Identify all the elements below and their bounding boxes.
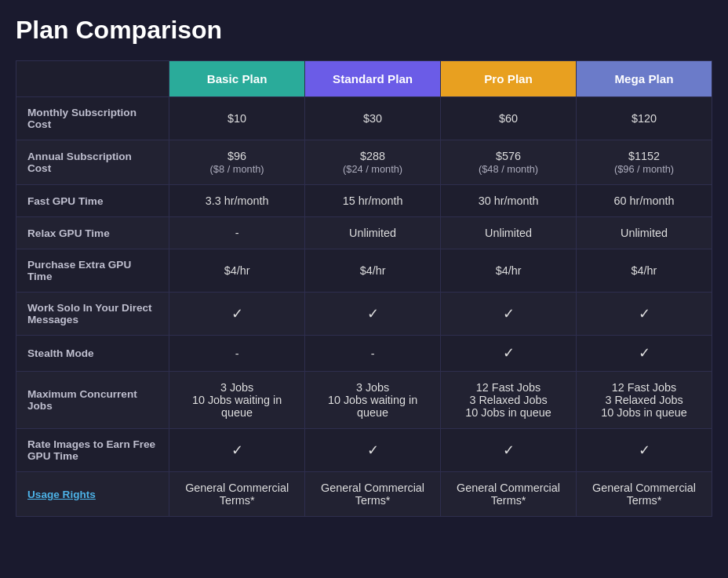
cell-value: $60	[441, 97, 577, 140]
cell-value: 12 Fast Jobs3 Relaxed Jobs10 Jobs in que…	[441, 372, 577, 429]
checkmark-icon: ✓	[639, 306, 650, 322]
cell-value: $30	[305, 97, 441, 140]
cell-value: $4/hr	[441, 249, 577, 293]
cell-value: 3 Jobs10 Jobs waiting in queue	[305, 372, 441, 429]
feature-label: Monthly Subscription Cost	[16, 97, 169, 140]
cell-value: $288($24 / month)	[305, 140, 441, 185]
cell-value: -	[305, 336, 441, 372]
standard-plan-header: Standard Plan	[305, 61, 441, 97]
table-row: Annual Subscription Cost$96($8 / month)$…	[16, 140, 712, 185]
cell-value: ✓	[441, 336, 577, 372]
cell-value: Unlimited	[577, 217, 712, 249]
basic-plan-header: Basic Plan	[169, 61, 305, 97]
checkmark-icon: ✓	[231, 442, 243, 458]
cell-value: $4/hr	[577, 249, 712, 293]
plan-comparison-table: Basic Plan Standard Plan Pro Plan Mega P…	[16, 60, 712, 517]
pro-plan-header: Pro Plan	[441, 61, 577, 97]
cell-value: ✓	[441, 429, 577, 472]
sub-text: ($96 / month)	[614, 163, 674, 175]
cell-value: $576($48 / month)	[441, 140, 577, 185]
checkmark-icon: ✓	[503, 306, 515, 322]
page-title: Plan Comparison	[16, 16, 712, 45]
table-row: Fast GPU Time3.3 hr/month15 hr/month30 h…	[16, 185, 712, 217]
cell-value: $96($8 / month)	[169, 140, 305, 185]
feature-label: Rate Images to Earn Free GPU Time	[16, 429, 169, 472]
table-row: Stealth Mode--✓✓	[16, 336, 712, 372]
feature-label: Purchase Extra GPU Time	[16, 249, 169, 293]
checkmark-icon: ✓	[367, 306, 379, 322]
feature-label: Relax GPU Time	[16, 217, 169, 249]
cell-value: General Commercial Terms*	[169, 472, 305, 517]
table-row: Purchase Extra GPU Time$4/hr$4/hr$4/hr$4…	[16, 249, 712, 293]
sub-text: ($8 / month)	[210, 163, 264, 175]
cell-value: $120	[577, 97, 712, 140]
cell-value: $4/hr	[305, 249, 441, 293]
cell-value: $4/hr	[169, 249, 305, 293]
table-row: Work Solo In Your Direct Messages✓✓✓✓	[16, 293, 712, 336]
checkmark-icon: ✓	[367, 442, 379, 458]
cell-value: 60 hr/month	[577, 185, 712, 217]
checkmark-icon: ✓	[503, 345, 515, 361]
checkmark-icon: ✓	[231, 306, 243, 322]
cell-value: General Commercial Terms*	[305, 472, 441, 517]
cell-value: ✓	[577, 429, 712, 472]
usage-rights-link[interactable]: Usage Rights	[27, 489, 96, 500]
cell-value: ✓	[441, 293, 577, 336]
table-row: Usage RightsGeneral Commercial Terms*Gen…	[16, 472, 712, 517]
table-row: Monthly Subscription Cost$10$30$60$120	[16, 97, 712, 140]
cell-value: -	[169, 336, 305, 372]
cell-value: ✓	[169, 429, 305, 472]
checkmark-icon: ✓	[639, 345, 650, 361]
checkmark-icon: ✓	[503, 442, 515, 458]
feature-label: Annual Subscription Cost	[16, 140, 169, 185]
cell-value: $10	[169, 97, 305, 140]
checkmark-icon: ✓	[639, 442, 650, 458]
cell-value: General Commercial Terms*	[441, 472, 577, 517]
feature-label: Maximum Concurrent Jobs	[16, 372, 169, 429]
sub-text: ($48 / month)	[479, 163, 538, 175]
cell-value: Unlimited	[441, 217, 577, 249]
cell-value: ✓	[305, 429, 441, 472]
cell-value: -	[169, 217, 305, 249]
table-row: Relax GPU Time-UnlimitedUnlimitedUnlimit…	[16, 217, 712, 249]
cell-value: 3 Jobs10 Jobs waiting in queue	[169, 372, 305, 429]
feature-label: Fast GPU Time	[16, 185, 169, 217]
feature-column-header	[16, 61, 169, 97]
feature-label: Work Solo In Your Direct Messages	[16, 293, 169, 336]
cell-value: ✓	[577, 293, 712, 336]
header-row: Basic Plan Standard Plan Pro Plan Mega P…	[16, 61, 712, 97]
feature-label[interactable]: Usage Rights	[16, 472, 169, 517]
sub-text: ($24 / month)	[343, 163, 402, 175]
cell-value: 3.3 hr/month	[169, 185, 305, 217]
table-row: Maximum Concurrent Jobs3 Jobs10 Jobs wai…	[16, 372, 712, 429]
cell-value: Unlimited	[305, 217, 441, 249]
cell-value: ✓	[169, 293, 305, 336]
cell-value: ✓	[305, 293, 441, 336]
cell-value: $1152($96 / month)	[577, 140, 712, 185]
cell-value: ✓	[577, 336, 712, 372]
cell-value: 15 hr/month	[305, 185, 441, 217]
mega-plan-header: Mega Plan	[577, 61, 712, 97]
feature-label: Stealth Mode	[16, 336, 169, 372]
table-row: Rate Images to Earn Free GPU Time✓✓✓✓	[16, 429, 712, 472]
cell-value: General Commercial Terms*	[577, 472, 712, 517]
cell-value: 30 hr/month	[441, 185, 577, 217]
cell-value: 12 Fast Jobs3 Relaxed Jobs10 Jobs in que…	[577, 372, 712, 429]
